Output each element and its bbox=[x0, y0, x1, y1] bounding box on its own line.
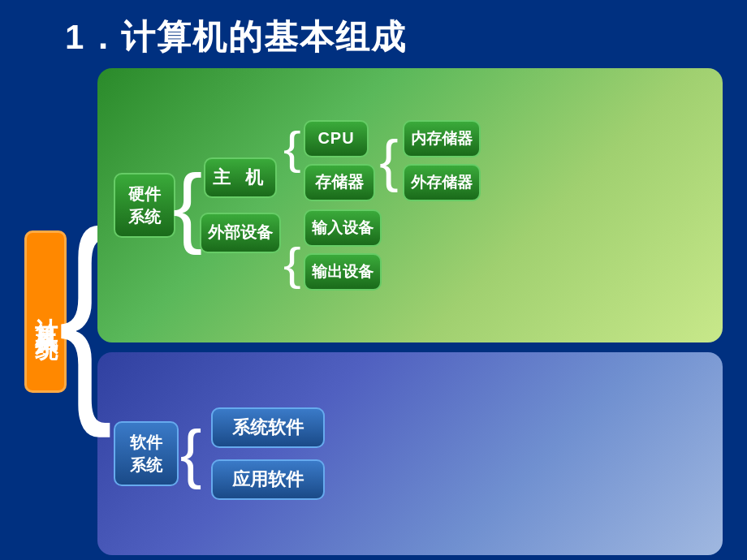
外设-brace-icon: { bbox=[283, 241, 301, 286]
hardware-panel: 硬件系统 { 主 机 外部设备 { { CPU bbox=[97, 68, 723, 342]
storage-brace-icon: { bbox=[379, 132, 398, 189]
存储器-box: 存储器 bbox=[304, 164, 375, 201]
software-panel: 软件系统 { 系统软件 应用软件 bbox=[97, 352, 723, 555]
hw-bracket: { bbox=[175, 161, 200, 250]
输出设备-box: 输出设备 bbox=[304, 253, 382, 291]
sw-brace-icon: { bbox=[180, 421, 202, 486]
sw-right: 系统软件 应用软件 bbox=[211, 407, 706, 500]
hw-left: 硬件系统 bbox=[114, 173, 175, 238]
应用软件-box: 应用软件 bbox=[211, 459, 325, 500]
hw-right-sections: CPU 存储器 { 内存储器 外存储器 输入设备 输出设备 bbox=[304, 120, 706, 291]
主机-brace-icon: { bbox=[283, 125, 301, 170]
storage-bracket: { bbox=[380, 132, 398, 189]
panels-area: 硬件系统 { 主 机 外部设备 { { CPU bbox=[97, 68, 723, 555]
mem-pair: 内存储器 外存储器 bbox=[403, 120, 481, 201]
page-title: 1．计算机的基本组成 bbox=[0, 0, 747, 68]
硬件系统-box: 硬件系统 bbox=[114, 173, 175, 238]
系统软件-box: 系统软件 bbox=[211, 407, 325, 448]
io-row: 输入设备 输出设备 bbox=[304, 209, 706, 291]
cpu-storage-row: CPU 存储器 { 内存储器 外存储器 bbox=[304, 120, 706, 201]
sw-bracket: { bbox=[179, 421, 203, 486]
外存储器-box: 外存储器 bbox=[403, 164, 481, 201]
内存储器-box: 内存储器 bbox=[403, 120, 481, 157]
输入设备-box: 输入设备 bbox=[304, 209, 382, 247]
main-container: 计算机系统 { 硬件系统 { 主 机 外部设备 { { bbox=[0, 68, 747, 560]
big-bracket-col: { bbox=[73, 68, 97, 555]
hw-middle: 主 机 外部设备 bbox=[200, 157, 281, 253]
hw-brace-icon: { bbox=[173, 161, 203, 250]
主机-box: 主 机 bbox=[204, 157, 277, 198]
CPU-box: CPU bbox=[304, 120, 369, 157]
软件系统-box: 软件系统 bbox=[114, 421, 179, 486]
io-pair: 输入设备 输出设备 bbox=[304, 209, 382, 291]
cpu-storage-pair: CPU 存储器 bbox=[304, 120, 375, 201]
sw-left: 软件系统 bbox=[114, 421, 179, 486]
hw-right-brackets: { { bbox=[281, 81, 304, 330]
外部设备-box: 外部设备 bbox=[200, 213, 281, 253]
